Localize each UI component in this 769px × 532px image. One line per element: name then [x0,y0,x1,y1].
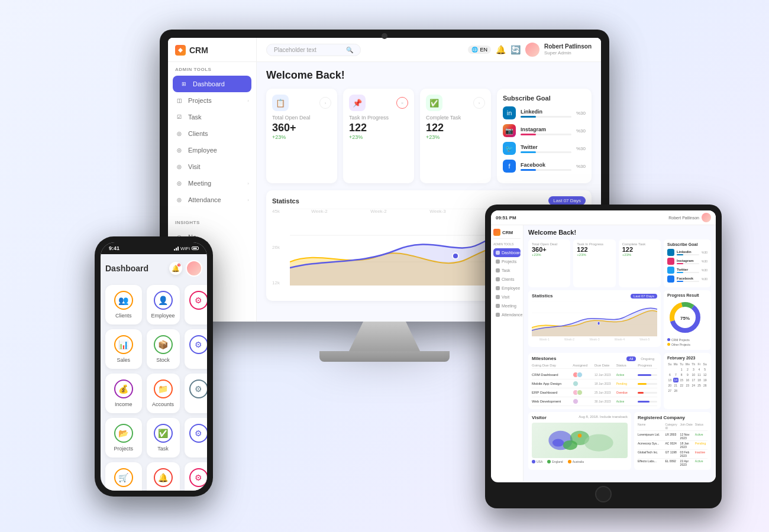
sidebar-dot-icon [496,251,500,255]
badge-count: 3 [177,263,181,267]
purchase-grid-icon: 🛒 [114,468,133,487]
sidebar-item-clients[interactable]: ◎ Clients [168,125,256,142]
svg-point-17 [552,439,564,447]
welcome-title: Welcome Back! [266,69,592,82]
grid-item-clients[interactable]: 👥 Clients [105,285,142,325]
tablet-chart-area [532,301,657,336]
sidebar-item-dashboard[interactable]: ⊞ Dashboard [173,76,251,92]
grid-item-settings4[interactable]: ⚙ [185,418,207,458]
grid-item-task[interactable]: ✅ Task [147,418,180,458]
tablet-sidebar-clients[interactable]: Clients [493,275,521,284]
search-bar[interactable]: Placeholder text 🔍 [266,44,361,56]
grid-item-income[interactable]: 💰 Income [105,374,142,413]
reg-name: Acmecorp Sys... [638,442,663,449]
tablet-sidebar-attendance[interactable]: Attendance [493,310,521,319]
income-grid-icon: 💰 [114,379,133,398]
grid-item-accounts[interactable]: 📁 Accounts [147,374,180,413]
stat-change: +23% [577,253,612,257]
tablet-home-button[interactable] [595,486,612,502]
svg-point-7 [597,322,600,325]
sidebar-item-label: Employee [188,147,217,154]
reg-status: Inactive [695,450,707,458]
stat-card-total-open-deal: 📋 › Total Open Deal 360+ +23% [266,89,337,183]
cal-date: 3 [691,367,696,372]
settings-grid-icon: ⚙ [189,424,207,443]
row-name: CRM Dashboard [532,373,570,377]
grid-item-settings3[interactable]: ⚙ [185,374,207,413]
stat-value: 360+ [272,122,331,134]
chart-btn[interactable]: Last 07 Days [548,196,586,205]
tablet-sidebar-visit[interactable]: Visit [493,293,521,301]
settings-grid-icon: ⚙ [189,379,207,398]
tablet-sidebar-dashboard[interactable]: Dashboard [493,248,521,257]
tablet-registered-card: Registered Company Name Category ID Join… [634,412,711,470]
grid-item-projects[interactable]: 📂 Projects [105,418,142,458]
social-pct: %30 [702,277,707,281]
calendar-header: February 2023 [667,356,707,360]
cal-date: 9 [685,372,690,377]
notification-badge[interactable]: 🔔 3 [169,262,182,275]
tablet-sidebar-employee[interactable]: Employee [493,284,521,293]
phone-time: 9:41 [109,245,119,251]
stat-arrow-red[interactable]: × [396,97,408,109]
flag-icon: 🌐 [471,47,478,53]
notification-icon[interactable]: 🔔 [496,45,506,54]
cal-date: 6 [667,372,673,377]
col-progress: Progress [638,364,657,367]
grid-item-settings2[interactable]: ⚙ [185,329,207,369]
stat-change: +23% [426,134,485,140]
sidebar-item-meeting[interactable]: ◎ Meeting › [168,175,256,192]
tablet-sidebar-task[interactable]: Task [493,266,521,275]
stat-arrow[interactable]: › [473,97,485,109]
legend-australia: Australia [568,460,584,463]
grid-item-employee[interactable]: 👤 Employee [147,285,180,325]
stat-arrow[interactable]: › [319,97,331,109]
tablet-avatar [702,213,711,222]
tablet-stats-subscribe-row: Total Open Deal 360+ +23% Task In Progre… [528,239,711,287]
cal-day-header: We [685,362,690,366]
tablet-welcome: Welcome Back! [528,229,711,236]
language-selector[interactable]: 🌐 EN [468,46,491,54]
reg-cat: LR 2803 [665,433,677,440]
monitor-stand [349,322,420,351]
cal-date: 4 [697,367,702,372]
grid-item-settings5[interactable]: ⚙ [185,462,207,491]
chevron-right-icon: › [247,98,249,103]
reg-status: Active [695,459,707,466]
tablet-x-labels: Week-1Week-2Week-3Week-4Week-5 [532,338,657,341]
sidebar-item-visit[interactable]: ◎ Visit [168,158,256,175]
sidebar-item-label: Visit [188,163,201,170]
refresh-icon[interactable]: 🔄 [510,45,521,54]
svg-point-3 [453,253,458,259]
grid-item-sales[interactable]: 📊 Sales [105,329,142,369]
sidebar-item-label: Visit [502,295,509,299]
table-title: Milestones [532,356,556,361]
sidebar-item-task[interactable]: ☑ Task [168,109,256,125]
sidebar-item-employee[interactable]: ◎ Employee [168,142,256,158]
avatar [573,381,579,387]
table-tab-all[interactable]: All [626,356,636,361]
table-tab-ongoing[interactable]: Ongoing [638,356,657,361]
grid-item-stock[interactable]: 📦 Stock [147,329,180,369]
cal-date: 16 [685,378,690,382]
grid-item-notifs[interactable]: 🔔 Notics [147,462,180,491]
battery-icon [192,246,199,250]
row-assigned [573,381,592,387]
facebook-icon: f [503,160,516,173]
sidebar-item-projects[interactable]: ◫ Projects › [168,92,256,109]
sidebar-item-label: Clients [188,130,208,137]
progress-title: Progress Result [667,293,707,297]
grid-label: Income [110,401,137,407]
task-grid-icon: ✅ [154,424,173,443]
tablet-sidebar-projects[interactable]: Projects [493,257,521,266]
sidebar-item-attendance[interactable]: ◎ Attendance › [168,192,256,208]
tablet-sidebar-meeting[interactable]: Meeting [493,301,521,310]
social-name: Linkedin [521,109,571,115]
reg-name: GlobalTech Inc. [638,450,663,458]
chart-btn[interactable]: Last 07 Days [631,294,657,299]
tablet-sidebar: CRM ADMIN TOOLS Dashboard Projects Task [491,225,524,482]
reg-table-header: Name Category ID Join Date Status [638,423,707,431]
grid-item-purchase[interactable]: 🛒 Purchase [105,462,142,491]
grid-item-settings1[interactable]: ⚙ [185,285,207,325]
grid-label: Employee [151,313,175,319]
